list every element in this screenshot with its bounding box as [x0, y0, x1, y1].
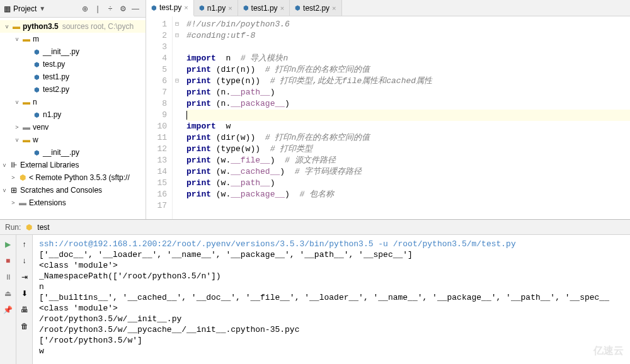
tree-external-libs[interactable]: v ⊪ External Libraries — [0, 159, 146, 171]
pause-icon[interactable]: ⏸ — [3, 271, 14, 283]
tree-scratches[interactable]: v ⊞ Scratches and Consoles — [0, 184, 146, 196]
chevron-down-icon[interactable]: ▼ — [39, 5, 45, 12]
rerun-icon[interactable]: ▶ — [3, 239, 14, 250]
project-sidebar: ▦ Project ▼ ⊕ | ÷ ⚙ — v ▬ python3.5 sour… — [0, 0, 146, 219]
tree-node[interactable]: ⬢test2.py — [0, 83, 146, 96]
tree-node[interactable]: ⬢__init__.py — [0, 146, 146, 159]
run-tools-left: ▶ ■ ⏸ ⏏ 📌 — [0, 235, 16, 364]
code-content[interactable]: #!/usr/bin/poython3.6#conding:utf-8impor… — [181, 16, 630, 219]
code-editor[interactable]: 1234567891011121314151617 ⊟⊟⊟ #!/usr/bin… — [146, 16, 630, 219]
clear-icon[interactable]: 🗑 — [19, 321, 30, 332]
python-file-icon: ⬢ — [295, 4, 301, 11]
folder-icon: ▬ — [21, 123, 32, 132]
watermark: 亿速云 — [593, 344, 624, 358]
tree-node[interactable]: >▬venv — [0, 121, 146, 134]
python-icon: ⬢ — [26, 223, 32, 232]
editor-tabs: ⬢test.py×⬢n1.py×⬢test1.py×⬢test2.py× — [146, 0, 630, 16]
scroll-icon[interactable]: ⬇ — [19, 288, 30, 299]
folder-icon: ▬ — [21, 98, 32, 106]
folder-icon: ▬ — [21, 35, 32, 43]
hide-icon[interactable]: — — [129, 3, 142, 15]
editor-tab[interactable]: ⬢n1.py× — [194, 0, 238, 16]
libraries-icon: ⊪ — [9, 161, 19, 169]
editor-area: ⬢test.py×⬢n1.py×⬢test1.py×⬢test2.py× 123… — [146, 0, 630, 219]
python-file-icon: ⬢ — [32, 61, 42, 68]
python-icon: ⬢ — [18, 173, 28, 182]
folder-icon: ▬ — [21, 135, 32, 144]
chevron-down-icon: v — [0, 187, 9, 193]
project-title[interactable]: Project — [13, 4, 37, 13]
collapse-icon[interactable]: ÷ — [104, 3, 117, 15]
tree-node[interactable]: v▬m — [0, 33, 146, 45]
chevron-down-icon: v — [3, 23, 11, 30]
line-gutter[interactable]: 1234567891011121314151617 — [146, 16, 173, 219]
divider-icon: | — [91, 3, 104, 15]
folder-icon: ▬ — [18, 198, 28, 207]
tree-node[interactable]: ⬢test1.py — [0, 71, 146, 83]
stop-icon[interactable]: ■ — [3, 255, 14, 266]
close-icon[interactable]: × — [332, 4, 336, 12]
tree-node[interactable]: v▬n — [0, 96, 146, 108]
project-tree[interactable]: v ▬ python3.5 sources root, C:\pych v▬m⬢… — [0, 18, 146, 219]
tree-node[interactable]: ⬢__init__.py — [0, 45, 146, 58]
project-icon: ▦ — [4, 4, 11, 13]
run-tools-right: ↑ ↓ ⇥ ⬇ 🖶 🗑 — [16, 235, 33, 364]
wrap-icon[interactable]: ⇥ — [19, 271, 30, 283]
python-file-icon: ⬢ — [32, 111, 42, 118]
tree-root[interactable]: v ▬ python3.5 sources root, C:\pych — [0, 20, 146, 33]
run-config-name[interactable]: test — [37, 223, 49, 232]
python-file-icon: ⬢ — [32, 74, 42, 81]
scratches-icon: ⊞ — [9, 186, 19, 195]
python-file-icon: ⬢ — [151, 4, 157, 11]
folder-icon: ▬ — [11, 22, 21, 31]
run-header: Run: ⬢ test — [0, 220, 630, 235]
editor-tab[interactable]: ⬢test2.py× — [290, 0, 341, 16]
chevron-down-icon: v — [0, 162, 9, 168]
pin-icon[interactable]: 📌 — [3, 304, 14, 316]
run-label: Run: — [5, 223, 21, 232]
tree-remote-python[interactable]: > ⬢ < Remote Python 3.5.3 (sftp:// — [0, 171, 146, 184]
exit-icon[interactable]: ⏏ — [3, 288, 14, 299]
close-icon[interactable]: × — [228, 4, 232, 12]
editor-tab[interactable]: ⬢test1.py× — [238, 0, 290, 16]
python-file-icon: ⬢ — [32, 48, 42, 55]
project-tool-header: ▦ Project ▼ ⊕ | ÷ ⚙ — — [0, 0, 146, 18]
python-file-icon: ⬢ — [32, 86, 42, 93]
gear-icon[interactable]: ⚙ — [117, 3, 129, 15]
python-file-icon: ⬢ — [199, 4, 205, 11]
run-panel: Run: ⬢ test ▶ ■ ⏸ ⏏ 📌 ↑ ↓ ⇥ ⬇ 🖶 🗑 ssh://… — [0, 219, 630, 364]
close-icon[interactable]: × — [184, 4, 188, 11]
console-output[interactable]: ssh://root@192.168.1.200:22/root/.pyenv/… — [33, 235, 630, 364]
close-icon[interactable]: × — [280, 4, 284, 12]
up-icon[interactable]: ↑ — [19, 239, 30, 250]
print-icon[interactable]: 🖶 — [19, 304, 30, 316]
down-icon[interactable]: ↓ — [19, 255, 30, 266]
fold-column[interactable]: ⊟⊟⊟ — [173, 16, 181, 219]
tree-node[interactable]: ⬢n1.py — [0, 108, 146, 121]
editor-tab[interactable]: ⬢test.py× — [146, 0, 194, 16]
locate-icon[interactable]: ⊕ — [79, 3, 91, 15]
tree-extensions[interactable]: > ▬ Extensions — [0, 196, 146, 209]
python-file-icon: ⬢ — [243, 4, 249, 11]
python-file-icon: ⬢ — [32, 149, 42, 156]
tree-node[interactable]: v▬w — [0, 134, 146, 146]
tree-node[interactable]: ⬢test.py — [0, 58, 146, 71]
